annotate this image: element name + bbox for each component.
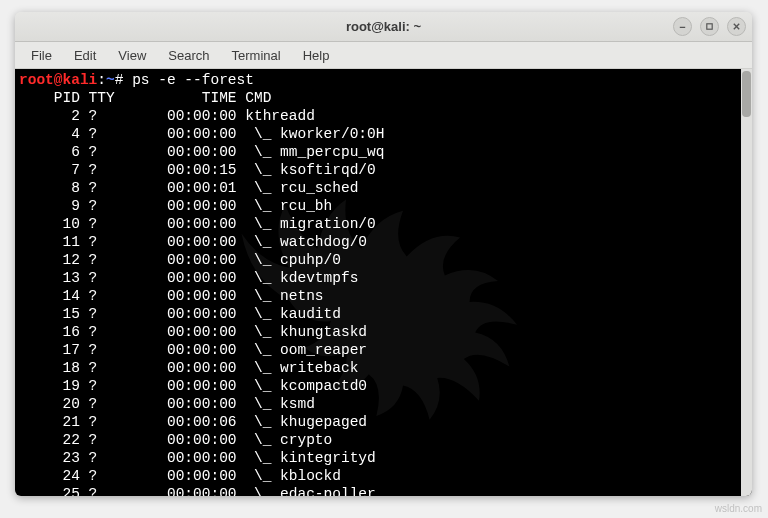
prompt-separator: : [97,72,106,88]
prompt-suffix: # [115,72,132,88]
scrollbar-thumb[interactable] [742,71,751,117]
titlebar[interactable]: root@kali: ~ [15,12,752,42]
svg-rect-1 [707,24,712,29]
scrollbar[interactable] [741,69,752,496]
watermark: wsldn.com [715,503,762,514]
close-button[interactable] [727,17,746,36]
menu-file[interactable]: File [21,44,62,67]
menu-edit[interactable]: Edit [64,44,106,67]
process-list: 2 ? 00:00:00 kthreadd 4 ? 00:00:00 \_ kw… [19,107,748,496]
window-controls [673,17,746,36]
terminal-window: root@kali: ~ File Edit View Search Termi… [15,12,752,496]
menu-terminal[interactable]: Terminal [222,44,291,67]
menubar: File Edit View Search Terminal Help [15,42,752,69]
ps-header: PID TTY TIME CMD [19,90,271,106]
prompt-command: ps -e --forest [132,72,254,88]
terminal-area[interactable]: root@kali:~# ps -e --forest PID TTY TIME… [15,69,752,496]
prompt-path: ~ [106,72,115,88]
maximize-icon [705,22,714,31]
minimize-button[interactable] [673,17,692,36]
menu-search[interactable]: Search [158,44,219,67]
terminal-content: root@kali:~# ps -e --forest PID TTY TIME… [15,69,752,496]
minimize-icon [678,22,687,31]
prompt-user-host: root@kali [19,72,97,88]
window-title: root@kali: ~ [346,19,421,34]
menu-view[interactable]: View [108,44,156,67]
maximize-button[interactable] [700,17,719,36]
menu-help[interactable]: Help [293,44,340,67]
close-icon [732,22,741,31]
